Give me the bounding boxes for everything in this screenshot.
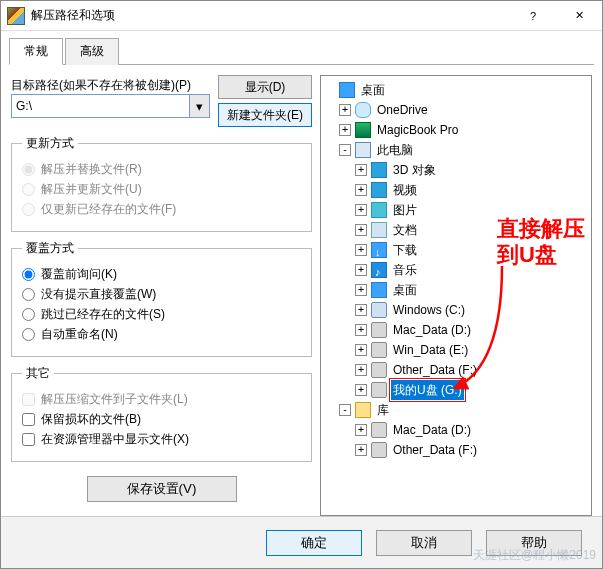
newfolder-button[interactable]: 新建文件夹(E) — [218, 103, 312, 127]
folder-icon — [371, 182, 387, 198]
opt-auto-rename[interactable]: 自动重命名(N) — [22, 326, 301, 343]
tree-node[interactable]: 桌面 — [323, 80, 589, 100]
tree-node[interactable]: +我的U盘 (G:) — [323, 380, 589, 400]
app-icon — [7, 7, 25, 25]
expander-icon[interactable]: + — [355, 444, 367, 456]
tree-label: Other_Data (F:) — [391, 440, 479, 460]
folder-icon — [371, 242, 387, 258]
expander-icon[interactable]: + — [355, 224, 367, 236]
help-button-icon[interactable]: ? — [510, 2, 556, 30]
titlebar: 解压路径和选项 ? ✕ — [1, 1, 602, 31]
ok-button[interactable]: 确定 — [266, 530, 362, 556]
folder-icon — [371, 442, 387, 458]
tree-label: 音乐 — [391, 260, 419, 280]
tree-label: Mac_Data (D:) — [391, 320, 473, 340]
expander-icon[interactable]: + — [355, 184, 367, 196]
tab-advanced[interactable]: 高级 — [65, 38, 119, 65]
folder-icon — [371, 282, 387, 298]
tree-node[interactable]: +音乐 — [323, 260, 589, 280]
right-panel: 桌面+OneDrive+MagicBook Pro-此电脑+3D 对象+视频+图… — [320, 75, 592, 516]
misc-legend: 其它 — [22, 365, 54, 382]
overwrite-mode-group: 覆盖方式 覆盖前询问(K) 没有提示直接覆盖(W) 跳过已经存在的文件(S) 自… — [11, 240, 312, 357]
folder-icon — [355, 122, 371, 138]
opt-subfolder: 解压压缩文件到子文件夹(L) — [22, 391, 301, 408]
tree-node[interactable]: +图片 — [323, 200, 589, 220]
tree-label: MagicBook Pro — [375, 120, 460, 140]
tree-node[interactable]: -此电脑 — [323, 140, 589, 160]
close-icon[interactable]: ✕ — [556, 2, 602, 30]
tree-node[interactable]: +Other_Data (F:) — [323, 440, 589, 460]
tree-label: Win_Data (E:) — [391, 340, 470, 360]
opt-ask-overwrite[interactable]: 覆盖前询问(K) — [22, 266, 301, 283]
overwrite-mode-legend: 覆盖方式 — [22, 240, 78, 257]
display-button[interactable]: 显示(D) — [218, 75, 312, 99]
folder-icon — [371, 202, 387, 218]
expander-icon[interactable]: + — [355, 204, 367, 216]
path-label: 目标路径(如果不存在将被创建)(P) — [11, 77, 210, 94]
folder-icon — [355, 102, 371, 118]
opt-extract-update: 解压并更新文件(U) — [22, 181, 301, 198]
tree-label: Mac_Data (D:) — [391, 420, 473, 440]
expander-icon[interactable]: + — [355, 384, 367, 396]
folder-icon — [371, 302, 387, 318]
save-settings-button[interactable]: 保存设置(V) — [87, 476, 237, 502]
folder-tree[interactable]: 桌面+OneDrive+MagicBook Pro-此电脑+3D 对象+视频+图… — [320, 75, 592, 516]
tree-label: 我的U盘 (G:) — [391, 380, 464, 400]
tree-label: 3D 对象 — [391, 160, 438, 180]
opt-extract-replace: 解压并替换文件(R) — [22, 161, 301, 178]
tree-label: 桌面 — [359, 80, 387, 100]
watermark: 天涯社区@程小懒2019 — [473, 547, 596, 564]
path-dropdown-button[interactable]: ▾ — [190, 94, 210, 118]
tree-node[interactable]: -库 — [323, 400, 589, 420]
expander-icon[interactable]: - — [339, 404, 351, 416]
tabs: 常规 高级 — [9, 37, 594, 65]
expander-icon[interactable]: + — [355, 264, 367, 276]
tab-general[interactable]: 常规 — [9, 38, 63, 65]
folder-icon — [371, 362, 387, 378]
update-mode-group: 更新方式 解压并替换文件(R) 解压并更新文件(U) 仅更新已经存在的文件(F) — [11, 135, 312, 232]
tree-node[interactable]: +Win_Data (E:) — [323, 340, 589, 360]
tree-node[interactable]: +视频 — [323, 180, 589, 200]
path-input[interactable] — [11, 94, 190, 118]
expander-icon[interactable]: + — [355, 364, 367, 376]
folder-icon — [371, 322, 387, 338]
tree-node[interactable]: +OneDrive — [323, 100, 589, 120]
expander-icon[interactable]: + — [355, 244, 367, 256]
expander-icon[interactable]: + — [355, 164, 367, 176]
window-title: 解压路径和选项 — [31, 7, 510, 24]
opt-overwrite-no-prompt[interactable]: 没有提示直接覆盖(W) — [22, 286, 301, 303]
tree-label: 此电脑 — [375, 140, 415, 160]
tree-node[interactable]: +下载 — [323, 240, 589, 260]
tree-label: 图片 — [391, 200, 419, 220]
expander-icon[interactable]: - — [339, 144, 351, 156]
expander-icon[interactable]: + — [355, 304, 367, 316]
tree-node[interactable]: +Mac_Data (D:) — [323, 420, 589, 440]
cancel-button[interactable]: 取消 — [376, 530, 472, 556]
tree-node[interactable]: +3D 对象 — [323, 160, 589, 180]
tree-label: 下载 — [391, 240, 419, 260]
left-panel: 目标路径(如果不存在将被创建)(P) ▾ 显示(D) 新建文件夹(E) 更新方式… — [11, 75, 312, 516]
tree-label: 桌面 — [391, 280, 419, 300]
tree-node[interactable]: +MagicBook Pro — [323, 120, 589, 140]
opt-update-existing: 仅更新已经存在的文件(F) — [22, 201, 301, 218]
expander-icon[interactable]: + — [355, 344, 367, 356]
tree-node[interactable]: +Windows (C:) — [323, 300, 589, 320]
folder-icon — [371, 342, 387, 358]
opt-skip-existing[interactable]: 跳过已经存在的文件(S) — [22, 306, 301, 323]
opt-keep-broken[interactable]: 保留损坏的文件(B) — [22, 411, 301, 428]
expander-icon[interactable]: + — [355, 324, 367, 336]
opt-show-explorer[interactable]: 在资源管理器中显示文件(X) — [22, 431, 301, 448]
misc-group: 其它 解压压缩文件到子文件夹(L) 保留损坏的文件(B) 在资源管理器中显示文件… — [11, 365, 312, 462]
tree-node[interactable]: +桌面 — [323, 280, 589, 300]
tree-node[interactable]: +Other_Data (F:) — [323, 360, 589, 380]
expander-icon[interactable]: + — [339, 124, 351, 136]
tree-node[interactable]: +Mac_Data (D:) — [323, 320, 589, 340]
tree-node[interactable]: +文档 — [323, 220, 589, 240]
folder-icon — [371, 422, 387, 438]
expander-icon[interactable]: + — [355, 424, 367, 436]
expander-icon[interactable]: + — [339, 104, 351, 116]
folder-icon — [371, 222, 387, 238]
tree-label: OneDrive — [375, 100, 430, 120]
dialog-window: 解压路径和选项 ? ✕ 常规 高级 目标路径(如果不存在将被创建)(P) ▾ 显… — [0, 0, 603, 569]
expander-icon[interactable]: + — [355, 284, 367, 296]
